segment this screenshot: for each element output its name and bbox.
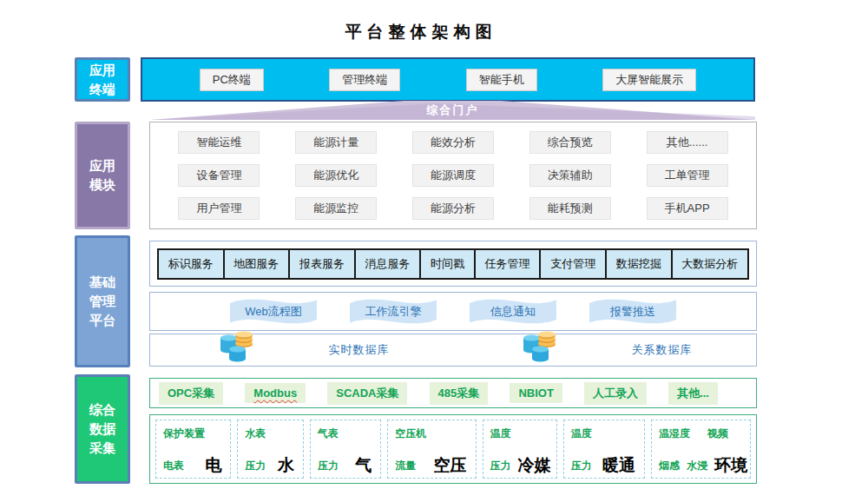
rail-label-application-terminal: 应用 终端: [75, 57, 130, 102]
module-chip: 其他......: [647, 131, 728, 154]
device-name: 空压: [434, 457, 469, 473]
module-chip: 能耗预测: [529, 197, 611, 220]
portal-banner: 综合门户: [150, 101, 755, 120]
device-cell-electric: 保护装置 电表 电: [155, 420, 231, 479]
service-cell: 地图服务: [225, 250, 291, 278]
module-chip: 工单管理: [647, 164, 728, 187]
rail-label-base-platform: 基础 管理 平台: [75, 235, 130, 367]
device-cell-hvac: 温度 压力 暖通: [563, 420, 645, 479]
service-cell: 支付管理: [541, 250, 607, 278]
sensor-label: 压力: [490, 459, 511, 473]
rail-label-application-modules: 应用 模块: [75, 122, 130, 229]
service-cell: 消息服务: [356, 250, 422, 278]
terminal-bar: PC终端 管理终端 智能手机 大屏智能展示: [141, 57, 755, 102]
sensor-label: 水浸: [687, 459, 707, 473]
middleware-chip-alarm-push: 报警推送: [589, 299, 676, 325]
middleware-chip-notification: 信息通知: [470, 299, 556, 325]
protocol-chip-manual: 人工录入: [584, 382, 647, 405]
device-name: 气: [355, 457, 373, 473]
sensor-label: 电表: [163, 459, 184, 473]
module-chip: 设备管理: [178, 164, 260, 187]
protocol-chip-opc: OPC采集: [159, 382, 223, 405]
device-cell-water: 水表 压力 水: [237, 420, 304, 479]
device-name: 水: [278, 457, 296, 473]
sensor-label: 保护装置: [163, 426, 205, 441]
terminal-item-bigscreen: 大屏智能展示: [602, 69, 696, 91]
realtime-db-label: 实时数据库: [329, 342, 390, 358]
services-bar: 标识服务 地图服务 报表服务 消息服务 时间戳 任务管理 支付管理 数据挖掘 大…: [157, 248, 749, 280]
protocol-chip-other: 其他...: [668, 382, 718, 405]
sensor-label: 视频: [707, 426, 728, 441]
module-chip: 手机APP: [647, 197, 728, 220]
device-cell-compressed-air: 空压机 流量 空压: [387, 420, 476, 479]
device-name: 冷媒: [518, 457, 553, 473]
service-cell: 大数据分析: [673, 250, 748, 278]
device-cell-refrigerant: 温度 压力 冷媒: [483, 420, 557, 479]
sensor-label: 压力: [571, 459, 592, 473]
device-name: 暖通: [602, 457, 637, 473]
protocol-chip-nbiot: NBIOT: [510, 383, 562, 403]
module-chip: 能效分析: [412, 131, 494, 154]
service-cell: 数据挖掘: [607, 250, 673, 278]
portal-label: 综合门户: [150, 102, 755, 118]
module-chip: 决策辅助: [529, 164, 611, 187]
sensor-label: 压力: [245, 459, 266, 473]
sensor-label: 压力: [318, 459, 339, 473]
service-cell: 任务管理: [476, 250, 542, 278]
database-icon: [214, 327, 254, 365]
service-cell: 标识服务: [159, 250, 225, 278]
sensor-label: 烟感: [659, 459, 680, 473]
service-cell: 报表服务: [290, 250, 356, 278]
database-box: 实时数据库 关系数据库: [149, 334, 757, 367]
relational-db-label: 关系数据库: [632, 342, 693, 358]
services-box: 标识服务 地图服务 报表服务 消息服务 时间戳 任务管理 支付管理 数据挖掘 大…: [149, 241, 757, 287]
middleware-chip-web-flow: Web流程图: [230, 299, 317, 325]
module-chip: 能源监控: [295, 197, 377, 220]
device-name: 环境: [714, 457, 749, 473]
relational-db-group: 关系数据库: [453, 334, 756, 366]
module-chip: 能源调度: [412, 164, 494, 187]
module-chip: 能源优化: [295, 164, 377, 187]
realtime-db-group: 实时数据库: [150, 334, 453, 366]
device-cell-gas: 气表 压力 气: [310, 420, 381, 479]
module-chip: 能源计量: [295, 131, 377, 154]
sensor-label: 温湿度: [659, 426, 690, 441]
terminal-item-management: 管理终端: [329, 69, 400, 91]
modules-box: 智能运维 能源计量 能效分析 综合预览 其他...... 设备管理 能源优化 能…: [149, 122, 757, 229]
middleware-box: Web流程图 工作流引擎 信息通知 报警推送: [149, 292, 757, 331]
terminal-item-pc: PC终端: [200, 69, 264, 91]
devices-box: 保护装置 电表 电 水表 压力 水 气表 压力 气 空压机 流量 空压: [149, 414, 757, 484]
sensor-label: 温度: [490, 426, 511, 441]
protocol-chip-modbus: Modbus: [245, 383, 306, 403]
database-icon: [517, 327, 557, 365]
device-name: 电: [205, 457, 223, 473]
module-chip: 用户管理: [178, 197, 260, 220]
sensor-label: 温度: [571, 426, 592, 441]
device-cell-environment: 温湿度 视频 烟感 水浸 环境: [651, 420, 751, 479]
protocol-chip-485: 485采集: [430, 382, 489, 405]
module-chip: 智能运维: [178, 131, 260, 154]
sensor-label: 流量: [395, 459, 416, 473]
sensor-label: 水表: [245, 426, 266, 441]
page-title: 平台整体架构图: [0, 21, 842, 43]
sensor-label: 空压机: [395, 426, 426, 441]
sensor-label: 气表: [318, 426, 339, 441]
module-chip: 综合预览: [529, 131, 611, 154]
service-cell: 时间戳: [421, 250, 476, 278]
middleware-chip-workflow-engine: 工作流引擎: [350, 299, 437, 325]
terminal-item-smartphone: 智能手机: [466, 69, 537, 91]
rail-label-data-collection: 综合 数据 采集: [75, 374, 130, 484]
protocols-box: OPC采集 Modbus SCADA采集 485采集 NBIOT 人工录入 其他…: [149, 378, 757, 408]
protocol-chip-scada: SCADA采集: [327, 382, 407, 405]
architecture-diagram: 平台整体架构图 应用 终端 应用 模块 基础 管理 平台 综合 数据 采集 PC…: [0, 0, 868, 489]
module-chip: 能源分析: [412, 197, 494, 220]
